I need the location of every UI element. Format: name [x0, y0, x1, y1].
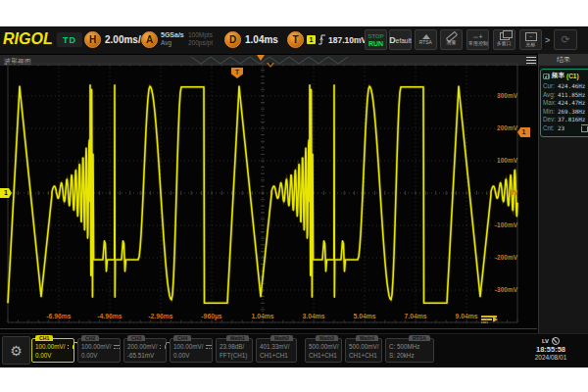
v-label: -200mV: [474, 254, 517, 261]
refresh-button[interactable]: ⟳: [554, 29, 577, 50]
lock-icon: [73, 345, 74, 349]
v-label: 300mV: [474, 92, 517, 99]
channel-box-ch2[interactable]: CH2 100.00mV/ 0.00V: [77, 338, 121, 363]
lan-status: LV: [542, 338, 549, 344]
rtsa-center-freq: C: 500MHz: [389, 343, 433, 350]
v-label: 100mV: [474, 157, 517, 164]
ch4-offset: 0.00V: [173, 352, 212, 359]
math-box-math4[interactable]: Math4 500.00mV/ CH1+CH1: [345, 338, 382, 363]
channel-box-ch3[interactable]: CH3 200.00mV/ -65.51mV: [123, 338, 167, 363]
measurement-source: (C1): [566, 73, 579, 79]
v-label: -100mV: [474, 221, 517, 228]
dc-coupling-icon: [160, 345, 161, 349]
delete-measurement-icon[interactable]: [581, 126, 588, 132]
rtsa-span: S: 20kHz: [389, 352, 433, 359]
result-row: Avg:411.85Hz: [543, 91, 588, 100]
ch1-tab: CH1: [35, 335, 53, 341]
results-title: 结果: [539, 54, 588, 66]
math4-tab: Math4: [356, 335, 378, 341]
ch4-tab: CH4: [173, 335, 191, 341]
refresh-icon: ⟳: [561, 34, 569, 45]
v-label: -300mV: [474, 286, 517, 293]
clock-box: LV 18:55:58 2024/08/01: [515, 336, 586, 363]
waveform-display: [0, 26, 537, 333]
math-box-math3[interactable]: Math3 500.00mV/ CH1+CH1: [305, 338, 342, 363]
math2-scale: 401.33mV/: [260, 343, 296, 350]
result-row: Min:269.38Hz: [543, 108, 588, 117]
dc-coupling-icon: [114, 345, 120, 349]
oscilloscope-screen: RIGOL TD H 2.00ms/ A 5GSa/s Avg 100Mpts …: [0, 26, 588, 368]
ch4-scale: 100.00mV/: [173, 343, 203, 350]
ch3-offset: -65.51mV: [127, 352, 166, 359]
system-date: 2024/08/01: [515, 354, 586, 362]
math2-tab: Math2: [270, 335, 293, 341]
ch3-scale: 200.00mV/: [127, 343, 157, 350]
math3-scale: 500.00mV/: [309, 343, 341, 350]
results-panel: 结果 频率 (C1) Cur:424.46Hz Avg:411.85Hz Max…: [538, 54, 588, 333]
channel-box-ch4[interactable]: CH4 100.00mV/ 0.00V: [170, 338, 213, 363]
ch3-tab: CH3: [127, 335, 145, 341]
math4-scale: 500.00mV/: [349, 343, 381, 350]
channel-box-ch1[interactable]: CH1 100.00mV/ 0.00V: [31, 338, 74, 363]
settings-gear-button[interactable]: ⚙: [2, 336, 30, 365]
system-time: 18:55:58: [515, 345, 586, 354]
lock-icon: [165, 345, 166, 349]
v-label: 200mV: [474, 124, 517, 131]
math1-expr: FFT(CH1): [220, 352, 252, 359]
delay-indicator-icon: [267, 63, 274, 68]
result-row: Max:424.47Hz: [543, 99, 588, 108]
math-box-math2[interactable]: Math2 401.33mV/ CH1+CH1: [256, 338, 297, 363]
ch2-tab: CH2: [81, 335, 99, 341]
gear-icon: ⚙: [10, 343, 23, 359]
ch1-offset: 0.00V: [35, 352, 74, 359]
dc-coupling-icon: [68, 345, 69, 349]
v-label: 0V: [474, 189, 517, 196]
math1-tab: Math1: [226, 335, 249, 341]
overview-position-marker[interactable]: [257, 55, 265, 61]
ch2-scale: 100.00mV/: [81, 343, 111, 350]
ch2-offset: 0.00V: [81, 352, 120, 359]
ch1-scale: 100.00mV/: [35, 343, 65, 350]
rtsa-tab: RTSA: [409, 335, 430, 341]
sound-muted-icon: [552, 337, 560, 345]
dc-coupling-icon: [206, 345, 212, 349]
math3-expr: CH1+CH1: [309, 352, 341, 359]
rtsa-box[interactable]: RTSA C: 500MHz S: 20kHz: [385, 338, 434, 363]
toolbar-scroll-right-icon[interactable]: >: [545, 35, 550, 45]
math1-scale: 23.98dB/: [220, 343, 252, 350]
math2-expr: CH1+CH1: [260, 352, 296, 359]
measurement-name: 频率: [552, 72, 564, 80]
measurement-card-frequency[interactable]: 频率 (C1) Cur:424.46Hz Avg:411.85Hz Max:42…: [540, 69, 588, 137]
result-row: Cur:424.46Hz: [543, 82, 588, 91]
measurement-icon: [543, 74, 550, 79]
math-box-math1[interactable]: Math1 23.98dB/ FFT(CH1): [216, 338, 253, 363]
math4-expr: CH1+CH1: [349, 352, 381, 359]
math3-tab: Math3: [316, 335, 338, 341]
